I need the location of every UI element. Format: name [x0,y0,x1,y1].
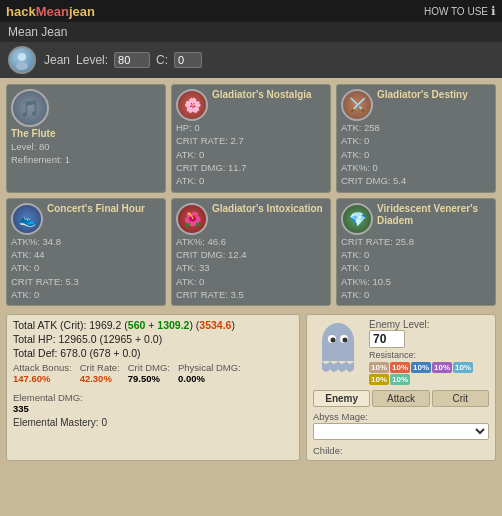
stats-bottom-row: Attack Bonus: 147.60% Crit Rate: 42.30% … [13,362,293,414]
stats-panel: Total ATK (Crit): 1969.2 (560 + 1309.2) … [6,314,300,461]
total-atk-crit: 3534.6 [199,319,231,331]
total-atk-val: 1969.2 [89,319,121,331]
tab-enemy[interactable]: Enemy [313,390,370,407]
artifact-stat-final-4: ATK: 0 [11,289,161,301]
attack-bonus-label: Attack Bonus: [13,362,72,373]
enemy-level-input[interactable] [369,330,405,348]
artifact-stat-destiny-1: ATK: 0 [341,135,491,147]
svg-point-6 [330,338,335,343]
attack-bonus-stat: Attack Bonus: 147.60% [13,362,72,384]
char-name: Jean [44,53,70,67]
elem-mastery-label: Elemental Mastery: [13,417,99,428]
artifact-name-nostalgia: Gladiator's Nostalgia [212,89,312,101]
howto-button[interactable]: HOW TO USE ℹ [424,4,496,18]
total-hp-line: Total HP: 12965.0 (12965 + 0.0) [13,333,293,345]
page-title-bar: Mean Jean [0,22,502,42]
total-def-base: 678 [93,347,111,359]
resist-anemo: 10% [390,374,410,385]
artifact-stat-intox-4: CRIT RATE: 3.5 [176,289,326,301]
enemy-right: Enemy Level: Resistance: 10% 10% 10% 10%… [369,319,489,385]
enemy-level-label: Enemy Level: [369,319,489,330]
resist-geo: 10% [369,374,389,385]
char-info: Jean Level: C: [44,52,202,68]
svg-point-7 [342,338,347,343]
artifact-stat-destiny-4: CRIT DMG: 5.4 [341,175,491,187]
artifact-stat-destiny-3: ATK%: 0 [341,162,491,174]
elem-dmg-val: 335 [13,403,83,414]
elem-mastery-val: 0 [101,417,107,428]
c-input[interactable] [174,52,202,68]
artifact-stat-destiny-0: ATK: 258 [341,122,491,134]
elem-dmg-stat: Elemental DMG: 335 [13,392,83,414]
enemy-dropdown-label: Abyss Mage: [313,411,489,422]
elem-dmg-label: Elemental DMG: [13,392,83,403]
elemental-mastery-line: Elemental Mastery: 0 [13,417,293,428]
artifact-stat-final-0: ATK%: 34.8 [11,236,161,248]
artifact-stat-destiny-2: ATK: 0 [341,149,491,161]
artifact-stat-diadem-4: ATK: 0 [341,289,491,301]
howto-label: HOW TO USE [424,6,488,17]
total-hp-label: Total HP: [13,333,56,345]
artifact-stat-intox-1: CRIT DMG: 12.4 [176,249,326,261]
stats-section: Total ATK (Crit): 1969.2 (560 + 1309.2) … [0,310,502,465]
avatar-icon [12,50,32,70]
total-atk-bonus-add: 1309.2 [157,319,189,331]
artifact-stat-flute-0: Level: 80 [11,141,161,153]
artifact-icon-intox: 🌺 [176,203,208,235]
app-title: hackMeanjean [6,4,95,19]
crit-rate-label: Crit Rate: [80,362,120,373]
resist-phys: 10% [369,362,389,373]
level-input[interactable] [114,52,150,68]
total-atk-line: Total ATK (Crit): 1969.2 (560 + 1309.2) … [13,319,293,331]
artifact-stat-intox-2: ATK: 33 [176,262,326,274]
char-row: Jean Level: C: [0,42,502,78]
artifact-stat-nostalgia-1: CRIT RATE: 2.7 [176,135,326,147]
artifact-stat-flute-1: Refinement: 1 [11,154,161,166]
bottom-space [0,465,502,516]
svg-point-0 [18,53,26,61]
resistance-label: Resistance: [369,350,489,360]
artifact-name-destiny: Gladiator's Destiny [377,89,468,101]
total-hp-add: 0.0 [144,333,159,345]
resist-bar: 10% 10% 10% 10% 10% 10% 10% [369,362,489,385]
tab-attack[interactable]: Attack [372,390,429,407]
tab-crit[interactable]: Crit [432,390,489,407]
enemy-top: Enemy Level: Resistance: 10% 10% 10% 10%… [313,319,489,385]
crit-dmg-label: Crit DMG: [128,362,170,373]
artifact-name-diadem: Viridescent Venerer's Diadem [377,203,491,227]
artifact-stat-nostalgia-4: ATK: 0 [176,175,326,187]
childe-label: Childe: [313,445,343,456]
crit-rate-stat: Crit Rate: 42.30% [80,362,120,384]
artifact-stat-nostalgia-2: ATK: 0 [176,149,326,161]
crit-dmg-stat: Crit DMG: 79.50% [128,362,170,384]
total-atk-bonus-base: 560 [128,319,146,331]
artifact-name-flute: The Flute [11,128,161,140]
artifact-stat-intox-0: ATK%: 46.6 [176,236,326,248]
total-def-line: Total Def: 678.0 (678 + 0.0) [13,347,293,359]
artifact-name-final-hour: Concert's Final Hour [47,203,145,215]
artifact-icon-diadem: 💎 [341,203,373,235]
artifact-icon-final-hour: 👟 [11,203,43,235]
artifact-card-nostalgia: 🌸 Gladiator's Nostalgia HP: 0 CRIT RATE:… [171,84,331,193]
app: hackMeanjean HOW TO USE ℹ Mean Jean Jean… [0,0,502,516]
level-label: Level: [76,53,108,67]
attack-bonus-val: 147.60% [13,373,72,384]
enemy-select[interactable] [313,423,489,440]
artifact-stat-nostalgia-0: HP: 0 [176,122,326,134]
enemy-ghost-icon [316,319,361,374]
artifact-name-intox: Gladiator's Intoxication [212,203,323,215]
c-label: C: [156,53,168,67]
phys-dmg-val: 0.00% [178,373,241,384]
enemy-ghost [313,319,363,374]
artifacts-section: 🎵 The Flute Level: 80 Refinement: 1 🌸 Gl… [0,78,502,310]
resist-hydro: 10% [411,362,431,373]
artifact-icon-flute: 🎵 [11,89,49,127]
enemy-tabs: Enemy Attack Crit [313,390,489,407]
topbar: hackMeanjean HOW TO USE ℹ [0,0,502,22]
total-def-add: 0.0 [122,347,137,359]
title-jean: jean [69,4,95,19]
crit-dmg-val: 79.50% [128,373,170,384]
title-mean: Mean [36,4,69,19]
title-hack: hack [6,4,36,19]
artifact-stat-diadem-3: ATK%: 10.5 [341,276,491,288]
